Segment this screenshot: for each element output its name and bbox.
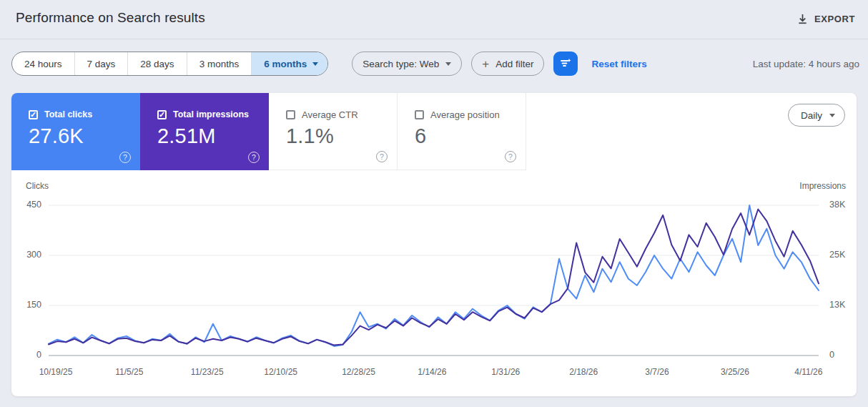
- x-axis-tick: 3/25/26: [721, 367, 749, 377]
- help-icon[interactable]: ?: [505, 151, 516, 162]
- tab-24-hours[interactable]: 24 hours: [12, 52, 75, 75]
- x-axis-tick: 3/7/26: [645, 367, 669, 377]
- performance-chart[interactable]: Clicks Impressions 450300150038K25K13K01…: [11, 170, 857, 396]
- reset-filters-link[interactable]: Reset filters: [591, 59, 646, 69]
- download-icon: [797, 14, 808, 24]
- help-icon[interactable]: ?: [119, 152, 131, 163]
- metric-total-clicks[interactable]: ✓ Total clicks 27.6K ?: [11, 93, 140, 170]
- x-axis-tick: 2/18/26: [569, 367, 598, 377]
- date-range-tabs: 24 hours 7 days 28 days 3 months 6 month…: [11, 52, 328, 76]
- right-axis-tick: 25K: [829, 250, 857, 260]
- granularity-label: Daily: [801, 110, 822, 121]
- export-label: EXPORT: [814, 14, 855, 24]
- metric-value: 2.51M: [157, 124, 216, 148]
- x-axis-tick: 11/23/25: [191, 367, 224, 377]
- granularity-dropdown[interactable]: Daily: [788, 104, 845, 127]
- chevron-down-icon: [445, 62, 451, 66]
- metric-total-impressions[interactable]: ✓ Total impressions 2.51M ?: [140, 93, 269, 170]
- metric-label: Total clicks: [44, 109, 92, 119]
- compare-filters-button[interactable]: [553, 52, 578, 76]
- tab-7-days[interactable]: 7 days: [75, 52, 129, 75]
- page-header: Performance on Search results EXPORT: [0, 0, 868, 39]
- right-axis-tick: 13K: [829, 300, 857, 310]
- last-update-text: Last update: 4 hours ago: [753, 59, 861, 69]
- metric-value: 27.6K: [29, 124, 84, 148]
- chart-canvas[interactable]: [11, 191, 857, 370]
- x-axis-tick: 10/19/25: [39, 367, 73, 377]
- metric-value: 1.1%: [286, 124, 334, 148]
- checkbox-checked-icon[interactable]: ✓: [29, 110, 38, 119]
- metric-label: Average CTR: [302, 109, 358, 120]
- x-axis-tick: 11/5/25: [115, 367, 143, 377]
- help-icon[interactable]: ?: [376, 151, 388, 162]
- chevron-down-icon: [312, 62, 318, 66]
- right-axis-tick: 0: [829, 350, 857, 360]
- metric-average-ctr[interactable]: Average CTR 1.1% ?: [269, 93, 398, 170]
- export-button[interactable]: EXPORT: [791, 9, 861, 29]
- x-axis-tick: 4/11/26: [794, 367, 822, 377]
- search-type-label: Search type: Web: [363, 59, 439, 69]
- help-icon[interactable]: ?: [248, 152, 260, 163]
- metric-value: 6: [415, 124, 426, 148]
- left-axis-title: Clicks: [26, 181, 49, 191]
- left-axis-tick: 450: [14, 200, 41, 210]
- left-axis-tick: 300: [14, 250, 41, 260]
- metric-label: Total impressions: [173, 109, 249, 119]
- filter-sparkle-icon: [559, 57, 572, 72]
- clicks-line: [49, 205, 819, 346]
- plus-icon: +: [482, 58, 489, 70]
- checkbox-unchecked-icon[interactable]: [286, 110, 295, 119]
- add-filter-chip[interactable]: + Add filter: [471, 52, 544, 76]
- chevron-down-icon: [829, 114, 835, 117]
- tab-6-months-label: 6 months: [264, 59, 307, 69]
- x-axis-tick: 1/31/26: [491, 367, 520, 377]
- right-axis-tick: 38K: [829, 200, 857, 210]
- left-axis-tick: 0: [14, 350, 41, 360]
- add-filter-label: Add filter: [495, 59, 533, 69]
- checkbox-unchecked-icon[interactable]: [415, 110, 424, 119]
- tab-3-months[interactable]: 3 months: [187, 52, 252, 75]
- metric-average-position[interactable]: Average position 6 ?: [398, 93, 526, 170]
- metric-label: Average position: [430, 109, 500, 120]
- search-type-chip[interactable]: Search type: Web: [352, 52, 462, 76]
- checkbox-checked-icon[interactable]: ✓: [157, 110, 167, 119]
- tab-6-months[interactable]: 6 months: [252, 52, 327, 75]
- page-title: Performance on Search results: [16, 10, 205, 26]
- filter-toolbar: 24 hours 7 days 28 days 3 months 6 month…: [11, 52, 861, 76]
- x-axis-tick: 12/10/25: [264, 367, 297, 377]
- left-axis-tick: 150: [14, 300, 41, 310]
- right-axis-title: Impressions: [799, 181, 846, 191]
- x-axis-tick: 1/14/26: [418, 367, 446, 377]
- metrics-row: ✓ Total clicks 27.6K ? ✓ Total impressio…: [11, 93, 857, 170]
- tab-28-days[interactable]: 28 days: [128, 52, 187, 75]
- impressions-line: [49, 210, 819, 345]
- performance-card: ✓ Total clicks 27.6K ? ✓ Total impressio…: [11, 93, 857, 396]
- x-axis-tick: 12/28/25: [342, 367, 375, 377]
